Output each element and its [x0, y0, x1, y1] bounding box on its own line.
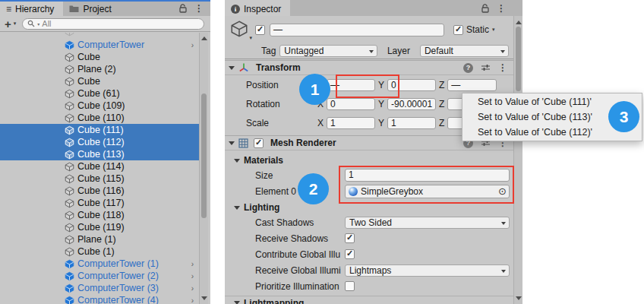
hierarchy-row[interactable]: Plane (1) › [0, 233, 199, 245]
cube-icon [65, 52, 74, 62]
hierarchy-row[interactable]: Cube (114) › [0, 160, 199, 173]
rotation-y-field[interactable]: -90.00001 [387, 98, 436, 110]
hierarchy-row[interactable]: Cube (116) › [0, 185, 199, 197]
inspector-scroll-thumb[interactable] [516, 27, 521, 91]
receive-shadows-checkbox[interactable] [345, 233, 355, 243]
foldout-arrow-icon[interactable] [229, 141, 235, 145]
hierarchy-search-input[interactable]: ▾ All [22, 18, 204, 30]
search-filter-caret-icon[interactable]: ▾ [37, 21, 39, 27]
inspector-scrollbar[interactable] [513, 16, 522, 304]
panel-menu-icon[interactable]: ⋮ [497, 4, 506, 13]
create-button[interactable]: + [5, 18, 11, 30]
hierarchy-row[interactable]: Plane (2) › [0, 63, 199, 75]
lock-icon[interactable] [179, 4, 188, 13]
hierarchy-row[interactable]: Cube (113) › [0, 148, 199, 160]
hierarchy-row[interactable]: Cube (112) › [0, 136, 199, 148]
hierarchy-scroll-thumb[interactable] [201, 93, 207, 218]
hierarchy-row[interactable]: Cube › [0, 51, 199, 63]
lightmapping-foldout[interactable]: Lightmapping [225, 296, 513, 304]
scroll-up-icon[interactable] [201, 36, 207, 40]
position-x-field[interactable]: — [327, 79, 375, 91]
lock-icon[interactable] [481, 4, 490, 13]
expand-arrow-icon[interactable]: › [191, 296, 194, 304]
active-checkbox[interactable] [255, 25, 265, 35]
element0-object-field[interactable]: SimpleGreybox ⊙ [345, 185, 510, 198]
contribute-gi-checkbox[interactable] [345, 249, 355, 259]
hierarchy-row[interactable]: Cube (119) › [0, 221, 199, 233]
scale-y-field[interactable]: 1 [387, 117, 436, 129]
receive-gi-dropdown[interactable]: Lightmaps [345, 264, 510, 277]
element0-value: SimpleGreybox [361, 186, 423, 197]
hierarchy-row[interactable]: Cube (118) › [0, 209, 199, 221]
expand-arrow-icon[interactable]: › [191, 272, 194, 280]
tab-inspector[interactable]: i Inspector [225, 0, 290, 16]
static-dropdown-icon[interactable]: ▾ [492, 27, 495, 33]
hierarchy-scrollbar[interactable] [199, 33, 208, 304]
materials-size-field[interactable]: 1 [345, 169, 510, 182]
position-y-field[interactable]: 0 [387, 79, 436, 91]
inspector-panel: i Inspector ⋮ ▾ — [225, 0, 522, 304]
static-label: Static [466, 24, 489, 35]
cube-icon [65, 89, 74, 99]
hierarchy-row-label: ComputerTower (2) [77, 271, 159, 281]
hierarchy-row[interactable]: ComputerTower (1) › [0, 258, 199, 270]
static-checkbox[interactable] [453, 25, 463, 35]
hierarchy-row[interactable]: Cube › [0, 75, 199, 87]
transform-header[interactable]: Transform ? ⋮ [225, 60, 513, 75]
tab-hierarchy[interactable]: ≡ Hierarchy [0, 0, 63, 16]
cast-shadows-dropdown[interactable]: Two Sided [345, 217, 510, 229]
hierarchy-row[interactable]: ComputerTower (4) › [0, 294, 199, 304]
cube-icon [65, 247, 74, 257]
scroll-up-icon[interactable] [516, 21, 522, 24]
presets-icon[interactable] [481, 63, 491, 72]
hierarchy-row[interactable]: Cube (115) › [0, 173, 199, 185]
mesh-renderer-title: Mesh Renderer [270, 138, 336, 148]
hierarchy-row[interactable]: Cube (117) › [0, 197, 199, 209]
hierarchy-row-label: Cube (115) [77, 173, 125, 184]
cube-icon [65, 101, 74, 111]
component-enabled-checkbox[interactable] [254, 138, 264, 148]
expand-arrow-icon[interactable]: › [191, 284, 194, 293]
transform-icon [238, 62, 249, 73]
hierarchy-row[interactable]: ComputerTower (3) › [0, 282, 199, 294]
receive-shadows-row: Receive Shadows [225, 232, 513, 245]
hierarchy-row[interactable]: Cube (110) › [0, 112, 199, 124]
expand-arrow-icon[interactable]: › [191, 41, 194, 49]
layer-dropdown[interactable]: Default [420, 45, 509, 57]
panel-menu-icon[interactable]: ⋮ [194, 4, 204, 13]
tab-project[interactable]: Project [63, 0, 120, 16]
help-icon[interactable]: ? [463, 63, 473, 73]
prioritize-illumination-checkbox[interactable] [345, 281, 355, 291]
lightmapping-title: Lightmapping [244, 298, 304, 304]
gameobject-name-field[interactable]: — [270, 24, 444, 36]
foldout-arrow-icon[interactable] [229, 66, 235, 70]
create-dropdown-icon[interactable]: ▾ [14, 21, 17, 27]
gameobject-icon-button[interactable]: ▾ [229, 20, 251, 40]
tag-dropdown[interactable]: Untagged [279, 45, 377, 57]
prefab-cube-icon [65, 283, 74, 293]
scroll-down-icon[interactable] [201, 296, 207, 300]
prefab-cube-icon [65, 271, 74, 281]
expand-arrow-icon[interactable]: › [191, 260, 194, 268]
search-icon [27, 20, 35, 27]
receive-shadows-label: Receive Shadows [255, 233, 345, 244]
scroll-down-icon[interactable] [516, 296, 522, 300]
hierarchy-row[interactable]: Cube (109) › [0, 100, 199, 112]
clipped-row-icon [65, 33, 74, 36]
hierarchy-row[interactable]: ComputerTower (2) › [0, 270, 199, 282]
cast-shadows-label: Cast Shadows [255, 217, 345, 228]
lighting-foldout[interactable]: Lighting [225, 201, 513, 214]
component-menu-icon[interactable]: ⋮ [498, 63, 507, 72]
cast-shadows-row: Cast Shadows Two Sided [225, 216, 513, 229]
info-icon: i [231, 5, 240, 14]
hierarchy-row[interactable]: Cube (1) › [0, 245, 199, 258]
position-z-field[interactable]: — [447, 79, 497, 91]
scale-x-field[interactable]: 1 [327, 117, 375, 129]
object-picker-icon[interactable]: ⊙ [498, 186, 507, 196]
receive-gi-label: Receive Global Illumi [255, 265, 345, 276]
rotation-x-field[interactable]: 0 [327, 98, 375, 110]
hierarchy-row[interactable]: Cube (111) › [0, 124, 199, 136]
materials-foldout[interactable]: Materials [225, 154, 513, 166]
hierarchy-row[interactable]: Cube (61) › [0, 87, 199, 100]
hierarchy-row[interactable]: ComputerTower › [0, 39, 199, 51]
